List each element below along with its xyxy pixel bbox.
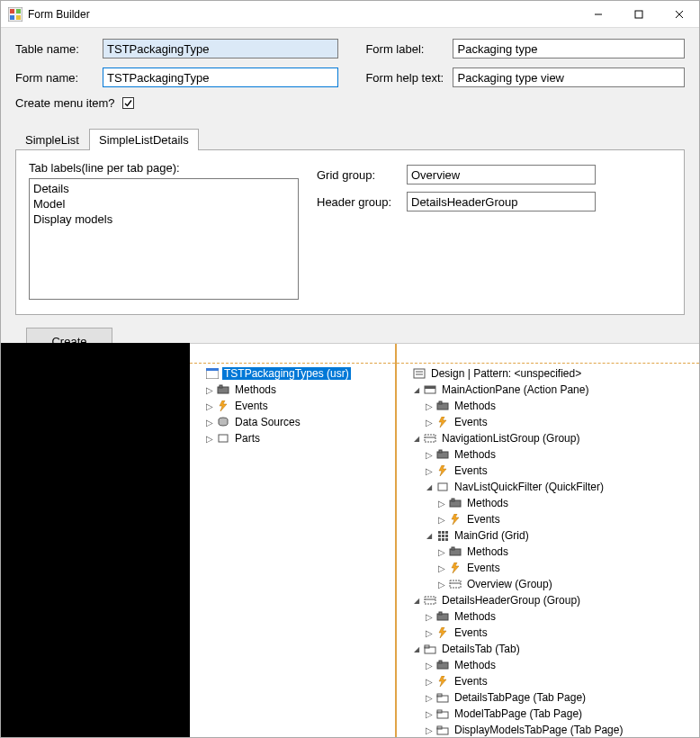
tab-simplelist[interactable]: SimpleList	[15, 129, 89, 150]
grid-icon	[435, 528, 450, 543]
tree-node[interactable]: ▷Methods	[397, 608, 699, 625]
svg-rect-4	[16, 15, 21, 20]
expander-icon[interactable]: ▷	[204, 385, 215, 395]
tree-node[interactable]: ▷Methods	[397, 446, 699, 463]
svg-rect-17	[414, 369, 425, 378]
tree-node-label: Events	[453, 675, 489, 688]
svg-rect-35	[452, 499, 454, 501]
tree-node[interactable]: ▷Events	[190, 398, 395, 414]
expander-icon[interactable]: ▷	[436, 580, 447, 590]
tree-node[interactable]: ▷ModelTabPage (Tab Page)	[397, 706, 699, 722]
expander-icon[interactable]: ◢	[411, 645, 422, 653]
svg-rect-40	[442, 531, 444, 534]
form-name-input[interactable]	[103, 68, 338, 87]
tree-node[interactable]: ▷Events	[397, 673, 699, 689]
expander-icon[interactable]: ▷	[424, 466, 435, 476]
expander-icon[interactable]: ▷	[424, 450, 435, 460]
tree-node[interactable]: ▷DisplayModelsTabPage (Tab Page)	[397, 722, 699, 737]
tree-root[interactable]: ▾ TSTPackagingTypes (usr)	[190, 365, 395, 382]
expander-icon[interactable]: ▷	[424, 401, 435, 411]
expander-icon[interactable]: ◢	[424, 532, 435, 540]
expander-icon[interactable]: ▷	[424, 612, 435, 622]
pane-icon	[423, 382, 437, 397]
tree-node[interactable]: ▷Methods	[190, 382, 395, 398]
form-help-input[interactable]	[453, 68, 685, 87]
events-icon	[448, 512, 462, 526]
tree-node[interactable]: ▷Overview (Group)	[397, 576, 699, 592]
tab-simplelistdetails[interactable]: SimpleListDetails	[89, 129, 199, 150]
tree-node[interactable]: ▷Events	[397, 625, 699, 641]
header-group-input[interactable]	[407, 192, 596, 212]
grid-group-input[interactable]	[407, 165, 596, 184]
box-icon	[435, 480, 450, 494]
tree-node[interactable]: ▷DetailsTabPage (Tab Page)	[397, 689, 699, 706]
expander-icon[interactable]: ▷	[424, 709, 435, 719]
tree-node[interactable]: ▷Events	[397, 414, 699, 430]
tree-node-label: Data Sources	[233, 416, 302, 428]
expander-icon[interactable]: ▷	[424, 677, 435, 687]
expander-icon[interactable]: ◢	[424, 483, 435, 491]
expander-icon[interactable]: ▷	[204, 418, 215, 428]
form-icon	[205, 366, 220, 381]
svg-rect-62	[439, 661, 442, 663]
tree-node-label: NavListQuickFilter (QuickFilter)	[453, 481, 606, 493]
expander-icon[interactable]: ▷	[424, 628, 435, 638]
expander-icon[interactable]: ◢	[411, 597, 422, 605]
tree-node[interactable]: ▷Methods	[397, 495, 699, 511]
minimize-button[interactable]	[578, 1, 618, 28]
tree-node-label: Methods	[465, 497, 510, 509]
tree-node[interactable]: ◢DetailsHeaderGroup (Group)	[397, 592, 699, 608]
expander-icon[interactable]: ▷	[424, 693, 435, 703]
expander-icon[interactable]: ▷	[436, 563, 447, 573]
tree-node[interactable]: ▷Events	[397, 463, 699, 479]
expander-icon[interactable]: ▷	[424, 661, 435, 670]
tree-node[interactable]: ▷Data Sources	[190, 414, 395, 430]
methods-icon	[448, 496, 462, 510]
designer-tree-right[interactable]: ▾ Design | Pattern: <unspecified> ◢MainA…	[397, 344, 699, 737]
expander-icon[interactable]: ▷	[424, 725, 435, 735]
svg-rect-26	[425, 435, 435, 442]
expander-icon[interactable]: ▷	[424, 418, 435, 428]
tree-node-label: MainActionPane (Action Pane)	[440, 383, 590, 396]
table-name-input[interactable]	[103, 39, 338, 58]
tree-node[interactable]: ▷Methods	[397, 398, 699, 414]
expander-icon[interactable]: ▷	[436, 547, 447, 557]
methods-icon	[435, 658, 450, 672]
expander-icon[interactable]: ◢	[411, 386, 422, 394]
tree-node[interactable]: ▷Methods	[397, 544, 699, 560]
tree-node[interactable]: ▷Events	[397, 511, 699, 527]
tree-node-label: Events	[453, 416, 489, 428]
tree-node[interactable]: ▷Parts	[190, 430, 395, 446]
form-label-input[interactable]	[453, 39, 685, 58]
maximize-button[interactable]	[618, 1, 659, 28]
tab-labels-textarea[interactable]: Details Model Display models	[29, 178, 299, 300]
tree-node[interactable]: ◢MainGrid (Grid)	[397, 527, 699, 544]
window-title: Form Builder	[28, 8, 90, 21]
app-icon	[8, 7, 22, 22]
tree-node[interactable]: ▷Methods	[397, 657, 699, 673]
svg-rect-16	[219, 435, 228, 442]
tree-node-label: Methods	[233, 383, 278, 396]
tree-node[interactable]: ◢MainActionPane (Action Pane)	[397, 382, 699, 398]
tree-node[interactable]: ◢NavigationListGroup (Group)	[397, 430, 699, 446]
tree-node-label: Events	[453, 626, 489, 639]
tree-node[interactable]: ◢DetailsTab (Tab)	[397, 641, 699, 657]
methods-icon	[216, 382, 230, 397]
designer-tree-left[interactable]: ▾ TSTPackagingTypes (usr) ▷Methods▷Event…	[190, 344, 397, 737]
create-menu-checkbox[interactable]	[122, 97, 134, 109]
svg-marker-14	[220, 400, 227, 411]
tree-node-label: Parts	[233, 432, 262, 445]
tree-node[interactable]: ▷Events	[397, 560, 699, 576]
expander-icon[interactable]: ▷	[204, 434, 215, 444]
svg-rect-30	[439, 450, 442, 453]
expander-icon[interactable]: ◢	[411, 435, 422, 443]
expander-icon[interactable]: ▷	[436, 499, 447, 508]
design-root[interactable]: ▾ Design | Pattern: <unspecified>	[397, 365, 699, 382]
parts-icon	[216, 431, 230, 446]
close-button[interactable]	[659, 1, 699, 28]
expander-icon[interactable]: ▷	[204, 401, 215, 411]
tree-node[interactable]: ◢NavListQuickFilter (QuickFilter)	[397, 479, 699, 495]
expander-icon[interactable]: ▷	[436, 515, 447, 525]
lower-split: ▾ TSTPackagingTypes (usr) ▷Methods▷Event…	[1, 343, 699, 737]
form-name-label: Form name:	[15, 71, 103, 85]
